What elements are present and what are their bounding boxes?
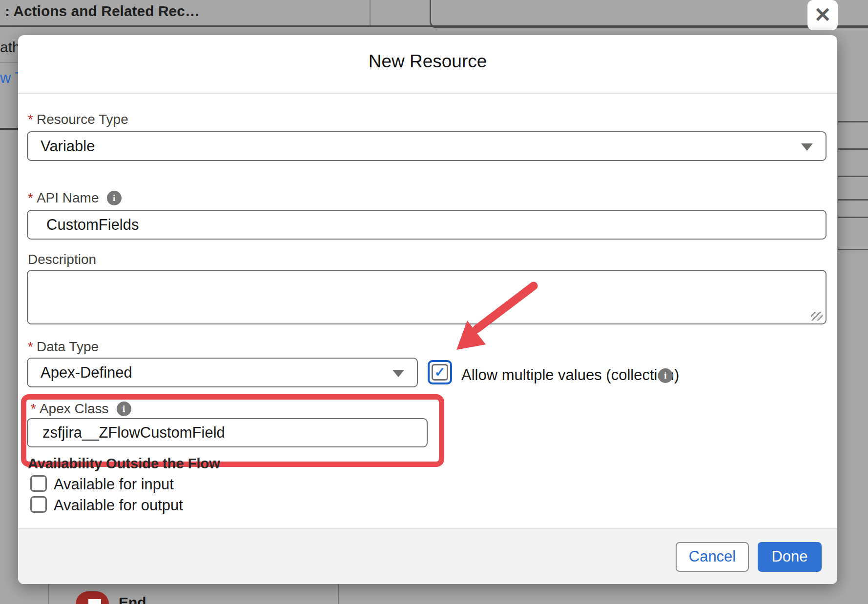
api-name-label-text: API Name (37, 190, 99, 206)
resource-type-value: Variable (41, 138, 95, 155)
available-for-output-checkbox[interactable] (30, 496, 47, 513)
description-label-text: Description (28, 252, 96, 267)
flow-end-element-label: End (119, 594, 146, 604)
background-row-line (838, 148, 868, 150)
required-asterisk: * (28, 339, 33, 355)
apex-class-label: * Apex Class i (31, 401, 131, 417)
description-label: Description (28, 252, 96, 267)
required-asterisk: * (28, 112, 33, 127)
background-panel-title: : Actions and Related Rec… (5, 3, 200, 20)
allow-multiple-checkbox-box: ✓ (432, 364, 448, 381)
info-icon[interactable]: i (658, 368, 673, 383)
allow-multiple-checkbox[interactable]: ✓ (428, 360, 452, 384)
available-for-input-label: Available for input (54, 476, 174, 493)
background-row-line (838, 199, 868, 201)
data-type-label-text: Data Type (37, 339, 99, 355)
checkmark-icon: ✓ (434, 366, 446, 379)
done-button[interactable]: Done (758, 542, 822, 572)
resource-type-label-text: Resource Type (37, 112, 128, 127)
info-icon[interactable]: i (107, 191, 122, 205)
header-divider (18, 93, 837, 94)
background-row-line (838, 217, 868, 218)
cancel-button[interactable]: Cancel (676, 542, 749, 572)
api-name-value: CustomFields (46, 216, 139, 234)
required-asterisk: * (28, 190, 33, 206)
background-partial-text: ath (0, 39, 21, 56)
flow-end-element-icon-center (88, 599, 101, 604)
modal-footer: Cancel Done (18, 528, 837, 584)
background-row-line (838, 176, 868, 177)
resize-grip-icon[interactable] (811, 312, 823, 321)
available-for-input-checkbox[interactable] (30, 475, 47, 492)
background-box-outline (430, 0, 868, 28)
background-divider (338, 584, 339, 604)
chevron-down-icon (801, 143, 813, 151)
resource-type-select[interactable]: Variable (27, 131, 827, 161)
chevron-down-icon (393, 370, 404, 377)
apex-class-input[interactable]: zsfjira__ZFlowCustomField (27, 418, 428, 447)
annotation-arrow (438, 279, 550, 360)
background-row-line (838, 121, 868, 122)
resource-type-label: * Resource Type (28, 112, 128, 127)
api-name-input[interactable]: CustomFields (27, 210, 827, 240)
data-type-value: Apex-Defined (41, 364, 132, 382)
required-asterisk: * (31, 401, 36, 417)
data-type-label: * Data Type (28, 339, 99, 355)
background-row-line (838, 249, 868, 250)
api-name-label: * API Name i (28, 190, 122, 206)
description-textarea[interactable] (27, 270, 827, 324)
background-divider (48, 584, 49, 604)
apex-class-value: zsfjira__ZFlowCustomField (42, 424, 225, 442)
close-button[interactable]: ✕ (807, 0, 838, 30)
data-type-select[interactable]: Apex-Defined (27, 358, 418, 387)
info-icon[interactable]: i (117, 402, 131, 416)
new-resource-modal: New Resource * Resource Type Variable * … (18, 35, 837, 584)
close-icon: ✕ (814, 5, 831, 25)
background-divider (370, 0, 371, 25)
available-for-output-label: Available for output (54, 497, 183, 514)
availability-heading: Availability Outside the Flow (28, 456, 220, 472)
apex-class-label-text: Apex Class (40, 401, 109, 417)
modal-title: New Resource (18, 51, 837, 72)
allow-multiple-label: Allow multiple values (collection) (461, 366, 679, 384)
flow-builder-screen: : Actions and Related Rec… ath w T End ✕… (0, 0, 868, 604)
